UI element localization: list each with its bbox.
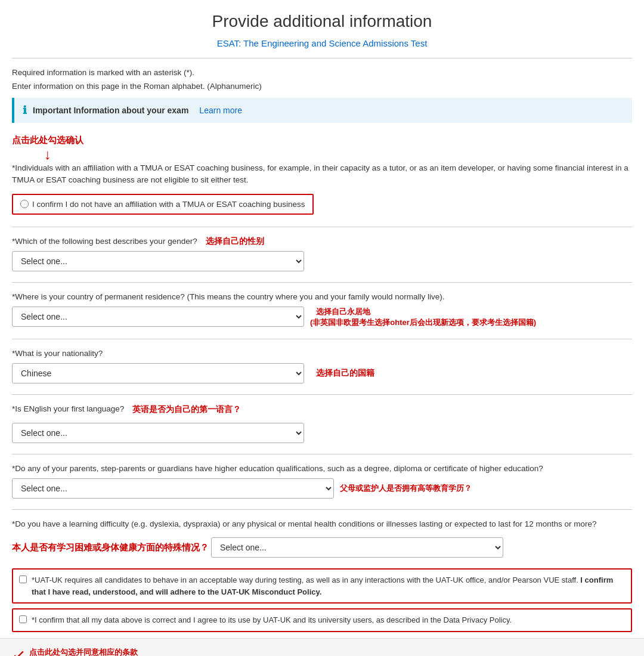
affiliation-description: *Individuals with an affiliation with a … [12,162,632,187]
english-language-annotation: 英语是否为自己的第一语言？ [132,404,241,415]
affiliation-confirm-box: I confirm I do not have an affiliation w… [12,194,314,215]
learning-difficulty-select[interactable]: Select one... Yes No Prefer not to say [211,537,503,558]
affiliation-section: 点击此处勾选确认 ↓ *Individuals with an affiliat… [12,135,632,215]
learn-more-link[interactable]: Learn more [199,106,242,115]
english-language-label: *Is ENglish your first language? [12,403,124,415]
nationality-label: *What is your nationality? [12,348,632,360]
learning-difficulty-annotation: 本人是否有学习困难或身体健康方面的特殊情况？ [12,542,209,552]
affiliation-radio[interactable] [20,200,29,208]
alphabet-notice: Enter information on this page in the Ro… [12,82,632,91]
footer-annotation-left: 点击此处勾选并同意相应的条款 [29,647,138,656]
parents-education-label: *Do any of your parents, step-parents or… [12,463,632,475]
gender-select[interactable]: Select one... Male Female Non-binary Pre… [12,251,304,271]
info-banner-text: Important Information about your exam [33,106,188,115]
parents-annotation: 父母或监护人是否拥有高等教育学历？ [340,483,472,494]
info-banner: ℹ Important Information about your exam … [12,98,632,123]
residence-section: *Where is your country of permanent resi… [12,291,632,328]
policy2-text: *I confirm that all my data above is cor… [32,614,512,626]
learning-difficulty-section: *Do you have a learning difficulty (e.g.… [12,518,632,558]
learning-difficulty-label: *Do you have a learning difficulty (e.g.… [12,518,597,530]
nationality-select[interactable]: Select one... British Chinese Other [12,363,304,383]
residence-annotation-sub: (非英国非欧盟考生选择ohter后会出现新选项，要求考生选择国籍) [310,317,536,328]
gender-label: *Which of the following best describes y… [12,236,197,247]
policy1-box: *UAT-UK requires all candidates to behav… [12,568,632,604]
policy2-checkbox[interactable] [19,615,27,623]
residence-select[interactable]: Select one... United Kingdom Other EU Ch… [12,307,304,327]
residence-annotation-main: 选择自己永居地 [316,307,536,317]
residence-label: *Where is your country of permanent resi… [12,291,632,303]
parents-education-select[interactable]: Select one... Yes No I don't know [12,478,334,499]
policy2-box: *I confirm that all my data above is cor… [12,608,632,632]
policy1-text: *UAT-UK requires all candidates to behav… [32,574,625,598]
page-title: Provide additional information [12,12,632,31]
english-language-select[interactable]: Select one... Yes No [12,423,304,443]
footer-section: ↙ 点击此处勾选并同意相应的条款 Please contact customer… [0,638,644,656]
nationality-section: *What is your nationality? Select one...… [12,348,632,383]
affiliation-confirm-label: I confirm I do not have an affiliation w… [32,200,305,209]
affiliation-annotation: 点击此处勾选确认 [12,135,83,146]
esat-link[interactable]: ESAT: The Engineering and Science Admiss… [217,38,428,48]
footer-left: ↙ 点击此处勾选并同意相应的条款 Please contact customer… [12,647,296,656]
info-icon: ℹ [23,104,27,117]
english-language-section: *Is ENglish your first language? 英语是否为自己… [12,403,632,443]
policy1-checkbox[interactable] [19,575,27,583]
subtitle-section: ESAT: The Engineering and Science Admiss… [12,38,632,58]
nationality-annotation: 选择自己的国籍 [316,368,374,379]
gender-annotation: 选择自己的性别 [206,236,264,247]
required-notice: Required information is marked with an a… [12,68,632,77]
gender-section: *Which of the following best describes y… [12,236,632,271]
parents-education-section: *Do any of your parents, step-parents or… [12,463,632,499]
arrow-down-left-icon: ↙ [12,647,26,656]
